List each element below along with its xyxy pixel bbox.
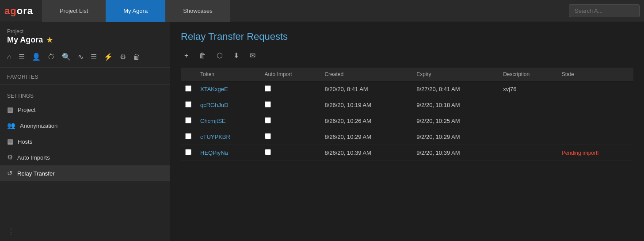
- delete-button[interactable]: 🗑: [195, 50, 210, 61]
- row-checkbox-cell: [181, 97, 196, 113]
- content-toolbar: + 🗑 ⬡ ⬇ ✉: [181, 50, 633, 61]
- hosts-icon: ▦: [7, 138, 13, 145]
- sidebar: Project My Agora ★ ⌂ ☰ 👤 ⏱ 🔍 ∿ ☰ ⚡ ⚙ 🗑 F…: [0, 22, 170, 241]
- col-state: State: [557, 68, 633, 81]
- page-title: Relay Transfer Requests: [181, 31, 633, 42]
- token-link[interactable]: cTUYPKBR: [200, 134, 230, 140]
- state-cell: [557, 81, 633, 97]
- created-cell: 8/26/20, 10:39 AM: [320, 145, 412, 161]
- row-checkbox-cell: [181, 81, 196, 97]
- col-expiry: Expiry: [412, 68, 499, 81]
- activity-icon[interactable]: ⚡: [104, 53, 113, 61]
- top-nav: agora Project List My Agora Showcases: [0, 0, 644, 22]
- auto-import-checkbox[interactable]: [265, 133, 271, 139]
- logo: agora: [4, 5, 33, 17]
- history-icon[interactable]: ⏱: [48, 53, 55, 61]
- expiry-cell: 9/2/20, 10:39 AM: [412, 145, 499, 161]
- auto-import-cell: [260, 129, 320, 145]
- tab-my-agora[interactable]: My Agora: [106, 0, 165, 22]
- created-cell: 8/26/20, 10:19 AM: [320, 97, 412, 113]
- auto-import-checkbox[interactable]: [265, 117, 271, 123]
- user-icon[interactable]: 👤: [32, 53, 41, 61]
- token-cell: ChcmjtSE: [196, 113, 260, 129]
- analytics-icon[interactable]: ∿: [78, 53, 84, 61]
- search-input[interactable]: [569, 4, 640, 17]
- tab-project-list[interactable]: Project List: [42, 0, 106, 22]
- state-badge: Pending import!: [562, 150, 599, 156]
- project-icon: ▦: [7, 106, 13, 114]
- row-select-checkbox[interactable]: [185, 101, 191, 107]
- expiry-cell: 9/2/20, 10:18 AM: [412, 97, 499, 113]
- auto-import-checkbox[interactable]: [265, 85, 271, 92]
- table-row: ChcmjtSE 8/26/20, 10:26 AM 9/2/20, 10:25…: [181, 113, 633, 129]
- col-token: Token: [196, 68, 260, 81]
- project-name: My Agora ★: [0, 35, 170, 49]
- row-checkbox-cell: [181, 145, 196, 161]
- download-button[interactable]: ⬇: [230, 50, 243, 61]
- auto-import-checkbox[interactable]: [265, 101, 271, 107]
- sidebar-item-project[interactable]: ▦ Project: [0, 102, 170, 118]
- trash-icon[interactable]: 🗑: [133, 53, 140, 61]
- auto-imports-icon: ⚙: [7, 153, 13, 161]
- created-cell: 8/26/20, 10:26 AM: [320, 113, 412, 129]
- col-auto-import: Auto Import: [260, 68, 320, 81]
- token-cell: XTAKxgeE: [196, 81, 260, 97]
- row-select-checkbox[interactable]: [185, 149, 191, 155]
- home-icon[interactable]: ⌂: [7, 53, 11, 61]
- state-cell: [557, 113, 633, 129]
- email-button[interactable]: ✉: [246, 50, 259, 61]
- settings-section-label: Settings: [0, 87, 170, 102]
- token-cell: qcRGhJuD: [196, 97, 260, 113]
- description-cell: [499, 145, 557, 161]
- col-checkbox: [181, 68, 196, 81]
- row-select-checkbox[interactable]: [185, 85, 191, 92]
- auto-import-cell: [260, 113, 320, 129]
- token-link[interactable]: ChcmjtSE: [200, 118, 226, 124]
- sidebar-item-hosts[interactable]: ▦ Hosts: [0, 134, 170, 149]
- stack-button[interactable]: ⬡: [213, 50, 226, 61]
- state-cell: Pending import!: [557, 145, 633, 161]
- sidebar-item-auto-imports[interactable]: ⚙ Auto Imports: [0, 149, 170, 165]
- col-created: Created: [320, 68, 412, 81]
- main-layout: Project My Agora ★ ⌂ ☰ 👤 ⏱ 🔍 ∿ ☰ ⚡ ⚙ 🗑 F…: [0, 22, 644, 241]
- auto-import-checkbox[interactable]: [265, 149, 271, 155]
- table-row: XTAKxgeE 8/20/20, 8:41 AM 8/27/20, 8:41 …: [181, 81, 633, 97]
- sidebar-item-anonymization[interactable]: 👥 Anonymization: [0, 118, 170, 134]
- add-button[interactable]: +: [181, 50, 192, 61]
- state-cell: [557, 129, 633, 145]
- token-link[interactable]: HEQPiyNa: [200, 149, 228, 156]
- col-description: Description: [499, 68, 557, 81]
- sidebar-dots: ⋮: [0, 222, 170, 241]
- relay-transfer-icon: ↺: [7, 169, 13, 177]
- row-checkbox-cell: [181, 129, 196, 145]
- settings-icon[interactable]: ⚙: [120, 53, 126, 61]
- nav-tabs: Project List My Agora Showcases: [42, 0, 230, 22]
- list-icon[interactable]: ☰: [19, 53, 25, 61]
- anonymization-icon: 👥: [7, 122, 15, 130]
- description-cell: [499, 113, 557, 129]
- search-icon[interactable]: 🔍: [62, 53, 71, 61]
- description-cell: xvj76: [499, 81, 557, 97]
- expiry-cell: 8/27/20, 8:41 AM: [412, 81, 499, 97]
- tasks-icon[interactable]: ☰: [91, 53, 97, 61]
- row-checkbox-cell: [181, 113, 196, 129]
- created-cell: 8/20/20, 8:41 AM: [320, 81, 412, 97]
- relay-transfer-table: Token Auto Import Created Expiry Descrip…: [181, 68, 633, 161]
- star-icon: ★: [46, 36, 53, 44]
- table-row: HEQPiyNa 8/26/20, 10:39 AM 9/2/20, 10:39…: [181, 145, 633, 161]
- token-link[interactable]: XTAKxgeE: [200, 86, 228, 92]
- row-select-checkbox[interactable]: [185, 133, 191, 139]
- expiry-cell: 9/2/20, 10:25 AM: [412, 113, 499, 129]
- tab-showcases[interactable]: Showcases: [165, 0, 230, 22]
- sidebar-icon-bar: ⌂ ☰ 👤 ⏱ 🔍 ∿ ☰ ⚡ ⚙ 🗑: [0, 49, 170, 68]
- row-select-checkbox[interactable]: [185, 117, 191, 123]
- token-cell: HEQPiyNa: [196, 145, 260, 161]
- auto-import-cell: [260, 97, 320, 113]
- sidebar-item-relay-transfer[interactable]: ↺ Relay Transfer: [0, 165, 170, 181]
- description-cell: [499, 97, 557, 113]
- state-cell: [557, 97, 633, 113]
- expiry-cell: 9/2/20, 10:29 AM: [412, 129, 499, 145]
- token-link[interactable]: qcRGhJuD: [200, 102, 229, 108]
- auto-import-cell: [260, 81, 320, 97]
- description-cell: [499, 129, 557, 145]
